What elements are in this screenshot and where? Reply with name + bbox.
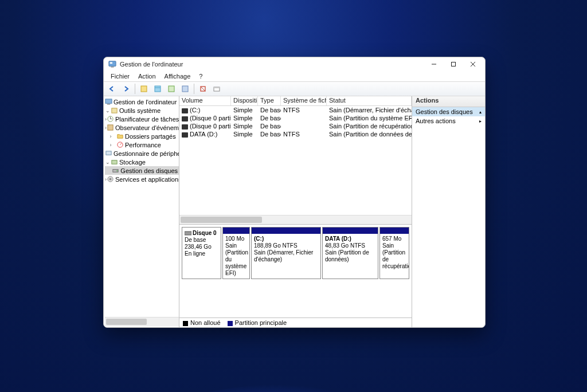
volume-list[interactable]: (C:)SimpleDe baseNTFSSain (Démarrer, Fic…: [179, 106, 412, 215]
svg-rect-28: [185, 232, 191, 235]
svg-point-27: [109, 178, 112, 181]
svg-rect-7: [141, 86, 147, 92]
col-status[interactable]: Statut: [327, 96, 412, 105]
tree-eventviewer[interactable]: › Observateur d'événements: [105, 123, 179, 132]
svg-rect-16: [105, 99, 112, 103]
tree-services[interactable]: › Services et applications: [105, 175, 179, 183]
svg-point-25: [117, 170, 118, 171]
titlebar[interactable]: Gestion de l'ordinateur: [104, 57, 485, 71]
partition[interactable]: 657 MoSain (Partition de récupération): [379, 227, 409, 279]
tree-root[interactable]: Gestion de l'ordinateur (local): [105, 97, 179, 106]
collapse-icon: ▴: [479, 109, 482, 115]
actions-header: Actions: [412, 96, 485, 107]
action-diskmgmt[interactable]: Gestion des disques▴: [412, 107, 485, 116]
volume-header-row[interactable]: Volume Disposition Type Système de fichi…: [179, 96, 412, 106]
computer-management-window: Gestion de l'ordinateur Fichier Action A…: [103, 57, 486, 328]
eventlog-icon: [107, 124, 114, 131]
tb-icon-4[interactable]: [179, 83, 191, 95]
tb-icon-5[interactable]: [197, 83, 209, 95]
menu-action[interactable]: Action: [135, 72, 159, 80]
storage-icon: [111, 158, 118, 166]
clock-icon: [107, 115, 114, 123]
maximize-button[interactable]: [444, 57, 463, 71]
menu-help[interactable]: ?: [195, 72, 206, 80]
legend: Non alloué Partition principale: [179, 317, 412, 327]
tb-icon-2[interactable]: [151, 83, 164, 95]
svg-rect-15: [214, 87, 220, 88]
svg-line-13: [201, 87, 205, 91]
main-pane: Volume Disposition Type Système de fichi…: [179, 96, 412, 327]
tb-icon-1[interactable]: [138, 83, 150, 95]
menu-view[interactable]: Affichage: [161, 72, 194, 80]
device-icon: [105, 150, 112, 157]
tree-shared[interactable]: › Dossiers partagés: [105, 132, 179, 140]
legend-primary: Partition principale: [228, 319, 287, 326]
legend-unallocated: Non alloué: [183, 319, 221, 326]
volume-row[interactable]: (Disque 0 partition 1)SimpleDe baseSain …: [179, 114, 412, 122]
disk-icon: [112, 167, 119, 174]
volume-row[interactable]: (C:)SimpleDe baseNTFSSain (Démarrer, Fic…: [179, 106, 412, 114]
minimize-button[interactable]: [424, 57, 444, 71]
svg-rect-23: [112, 160, 117, 164]
computer-icon: [105, 98, 112, 105]
close-button[interactable]: [463, 57, 483, 71]
menubar: Fichier Action Affichage ?: [104, 71, 485, 81]
partition[interactable]: (C:)188,89 Go NTFSSain (Démarrer, Fichie…: [251, 227, 321, 279]
col-fs[interactable]: Système de fichiers: [281, 96, 327, 105]
tree-storage[interactable]: ⌄ Stockage: [105, 158, 179, 166]
tree-devmgr[interactable]: Gestionnaire de périphériques: [105, 149, 179, 158]
partition[interactable]: 100 MoSain (Partition du système EFI): [222, 227, 250, 279]
performance-icon: [116, 141, 124, 148]
volume-row[interactable]: (Disque 0 partition 4)SimpleDe baseSain …: [179, 122, 412, 130]
svg-rect-4: [452, 62, 456, 66]
svg-rect-17: [107, 104, 111, 104]
folder-icon: [116, 132, 124, 140]
disk-row[interactable]: Disque 0 De base 238,46 Go En ligne 100 …: [179, 225, 412, 281]
action-other[interactable]: Autres actions▸: [412, 116, 485, 126]
volume-h-scrollbar[interactable]: [179, 215, 412, 224]
svg-rect-2: [111, 66, 114, 67]
app-icon: [108, 60, 116, 68]
tree-scheduler[interactable]: › Planificateur de tâches: [105, 115, 179, 123]
col-volume[interactable]: Volume: [179, 96, 231, 105]
svg-rect-10: [169, 86, 174, 92]
tools-icon: [111, 107, 118, 114]
expand-icon: ▸: [479, 119, 482, 124]
tree-diskmgmt[interactable]: Gestion des disques: [105, 166, 179, 175]
svg-rect-8: [155, 86, 161, 92]
col-type[interactable]: Type: [258, 96, 281, 105]
svg-rect-22: [106, 151, 111, 155]
volume-row[interactable]: DATA (D:)SimpleDe baseNTFSSain (Partitio…: [179, 130, 412, 138]
disk-label[interactable]: Disque 0 De base 238,46 Go En ligne: [182, 227, 221, 279]
tb-icon-6[interactable]: [210, 83, 223, 95]
tb-refresh[interactable]: [165, 83, 178, 95]
svg-rect-18: [112, 108, 117, 113]
back-button[interactable]: [106, 83, 119, 95]
tree-perf[interactable]: › Performance: [105, 140, 179, 149]
services-icon: [107, 175, 114, 183]
toolbar: [104, 81, 485, 96]
svg-rect-20: [108, 125, 113, 130]
col-layout[interactable]: Disposition: [231, 96, 258, 105]
svg-rect-11: [182, 86, 188, 92]
forward-button[interactable]: [120, 83, 132, 95]
actions-pane: Actions Gestion des disques▴ Autres acti…: [412, 96, 485, 327]
drive-icon: [185, 230, 191, 236]
window-title: Gestion de l'ordinateur: [120, 61, 424, 68]
svg-rect-1: [110, 62, 112, 64]
nav-tree[interactable]: Gestion de l'ordinateur (local) ⌄ Outils…: [104, 96, 179, 327]
tree-h-scrollbar[interactable]: [105, 317, 179, 326]
partition[interactable]: DATA (D:)48,83 Go NTFSSain (Partition de…: [322, 227, 378, 279]
menu-file[interactable]: Fichier: [107, 72, 133, 80]
disk-graphical-view: Disque 0 De base 238,46 Go En ligne 100 …: [179, 224, 412, 327]
tree-sys-tools[interactable]: ⌄ Outils système: [105, 106, 179, 115]
